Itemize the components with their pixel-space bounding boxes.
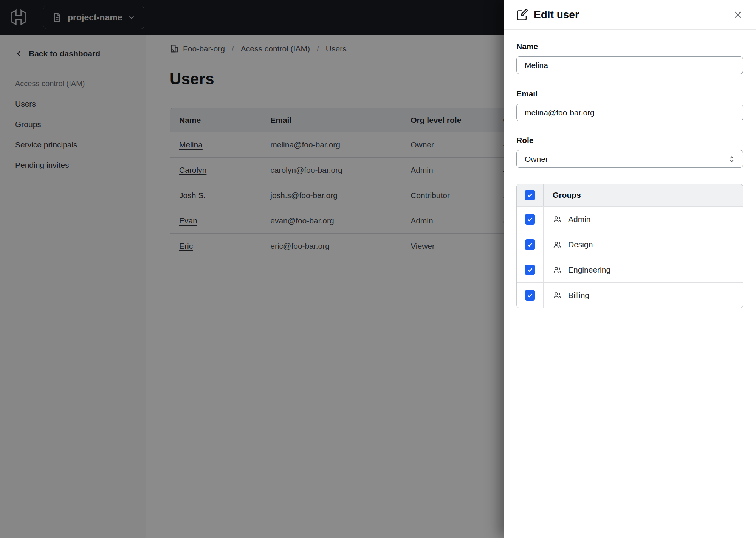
group-row-billing: Billing bbox=[517, 282, 743, 308]
email-input[interactable] bbox=[516, 104, 743, 121]
group-label: Design bbox=[568, 240, 593, 249]
name-input[interactable] bbox=[516, 56, 743, 74]
group-label: Engineering bbox=[568, 265, 610, 274]
edit-icon bbox=[515, 8, 528, 22]
group-checkbox-admin[interactable] bbox=[525, 214, 535, 225]
drawer-header: Edit user bbox=[504, 0, 756, 30]
group-checkbox-engineering[interactable] bbox=[525, 265, 535, 275]
users-icon bbox=[553, 291, 562, 300]
role-field-label: Role bbox=[516, 136, 743, 145]
check-icon bbox=[527, 192, 533, 198]
check-icon bbox=[527, 267, 533, 273]
group-row-admin: Admin bbox=[517, 206, 743, 232]
users-icon bbox=[553, 265, 562, 275]
close-icon bbox=[733, 10, 743, 20]
group-row-design: Design bbox=[517, 232, 743, 257]
role-select[interactable]: Owner bbox=[516, 150, 743, 168]
users-icon bbox=[553, 215, 562, 224]
edit-user-drawer: Edit user Name Email Role Owner bbox=[504, 0, 756, 538]
email-field-label: Email bbox=[516, 89, 743, 98]
role-select-value: Owner bbox=[525, 155, 548, 164]
drawer-title: Edit user bbox=[534, 9, 731, 21]
group-label: Admin bbox=[568, 215, 591, 224]
group-label: Billing bbox=[568, 291, 589, 300]
check-icon bbox=[527, 216, 533, 223]
check-icon bbox=[527, 292, 533, 299]
select-caret-icon bbox=[728, 155, 736, 163]
group-row-engineering: Engineering bbox=[517, 257, 743, 282]
users-icon bbox=[553, 240, 562, 250]
group-checkbox-design[interactable] bbox=[525, 239, 535, 250]
groups-list: Groups Admin bbox=[516, 184, 743, 308]
app-window: project-name Back to dashboard Access co… bbox=[0, 0, 756, 538]
groups-list-header: Groups bbox=[517, 184, 743, 206]
close-button[interactable] bbox=[731, 8, 745, 22]
groups-header-label: Groups bbox=[544, 184, 743, 206]
drawer-body: Name Email Role Owner Groups bbox=[504, 30, 756, 308]
select-all-groups-checkbox[interactable] bbox=[525, 190, 535, 200]
name-field-label: Name bbox=[516, 42, 743, 51]
check-icon bbox=[527, 241, 533, 248]
group-checkbox-billing[interactable] bbox=[525, 290, 535, 301]
